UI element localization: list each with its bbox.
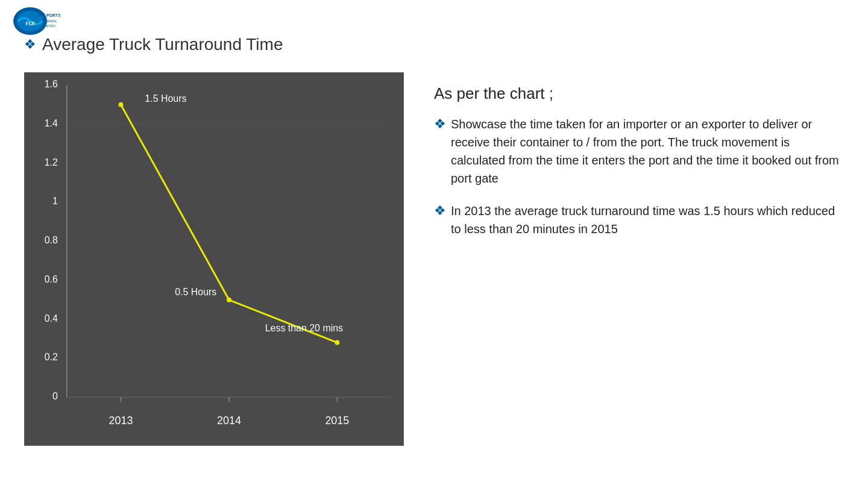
svg-text:2013: 2013 [109,414,133,427]
svg-text:1.4: 1.4 [45,118,58,128]
bullet-item-2: ❖ In 2013 the average truck turnaround t… [434,202,844,238]
svg-point-32 [119,102,124,107]
svg-rect-6 [25,73,403,445]
svg-text:2015: 2015 [325,414,349,427]
svg-text:1.6: 1.6 [45,79,58,89]
bullet-1-icon: ❖ [434,116,446,132]
bullet-1-text: Showcase the time taken for an importer … [451,115,844,187]
svg-text:LIMITED: LIMITED [43,24,55,28]
panel-heading: As per the chart ; [434,84,844,103]
svg-point-34 [335,340,339,345]
right-text-panel: As per the chart ; ❖ Showcase the time t… [428,72,850,264]
svg-text:Less than 20 mins: Less than 20 mins [265,323,343,333]
svg-text:1: 1 [52,196,58,206]
logo-svg: FIJI FIJI PORTS TERMINAL LIMITED [12,6,60,36]
svg-point-33 [227,298,231,302]
svg-text:1.2: 1.2 [45,157,58,167]
bullet-item-1: ❖ Showcase the time taken for an importe… [434,115,844,187]
line-chart: 0 0.2 0.4 0.6 0.8 1 1.2 1.4 1.6 2013 201… [25,73,403,445]
svg-text:0.2: 0.2 [45,352,58,362]
logo: FIJI FIJI PORTS TERMINAL LIMITED [12,6,60,36]
svg-text:1.5 Hours: 1.5 Hours [145,93,186,104]
svg-text:FIJI: FIJI [25,20,35,27]
svg-text:TERMINAL: TERMINAL [42,19,57,23]
svg-text:0: 0 [52,391,58,401]
svg-text:0.8: 0.8 [45,235,58,245]
svg-text:0.6: 0.6 [45,274,58,284]
svg-text:0.4: 0.4 [45,313,58,324]
svg-text:0.5 Hours: 0.5 Hours [175,287,216,297]
svg-text:FIJI PORTS: FIJI PORTS [38,13,60,17]
page-title: ❖ Average Truck Turnaround Time [24,35,283,54]
bullet-2-text: In 2013 the average truck turnaround tim… [451,202,844,238]
bullet-2-icon: ❖ [434,203,446,219]
title-bullet: ❖ [24,37,36,52]
chart-area: 0 0.2 0.4 0.6 0.8 1 1.2 1.4 1.6 2013 201… [24,72,404,446]
svg-text:2014: 2014 [217,414,241,427]
